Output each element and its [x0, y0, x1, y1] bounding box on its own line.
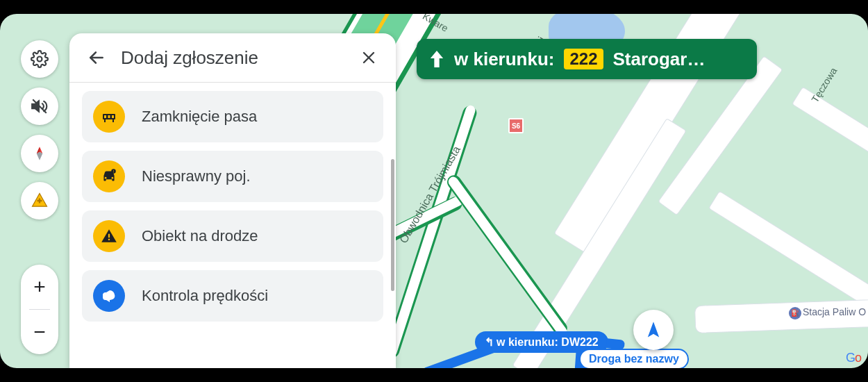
svg-rect-20 — [108, 234, 110, 238]
report-option-label: Niesprawny poj. — [142, 167, 251, 185]
svg-rect-12 — [108, 115, 110, 118]
gear-icon — [31, 50, 49, 68]
scrollbar-thumb[interactable] — [391, 159, 394, 291]
add-report-panel: Dodaj zgłoszenie Zamknięcie pasa ! Nies — [69, 33, 396, 368]
mute-button[interactable] — [21, 88, 58, 125]
device-frame: Obwodni Obwodnica Trójmiasta Tęczowa Kwa… — [0, 0, 868, 382]
poi-fuel-station[interactable]: ⛽Stacja Paliw O — [789, 306, 866, 319]
object-on-road-icon — [93, 220, 125, 252]
panel-header: Dodaj zgłoszenie — [69, 33, 396, 83]
lane-closure-icon — [93, 101, 125, 133]
panel-title: Dodaj zgłoszenie — [121, 47, 344, 69]
report-incident-button[interactable] — [21, 182, 58, 219]
svg-point-0 — [37, 57, 42, 62]
settings-button[interactable] — [21, 40, 58, 78]
zoom-control: + − — [21, 265, 58, 354]
arrow-up-icon — [429, 50, 444, 68]
svg-rect-13 — [112, 115, 114, 118]
back-button[interactable] — [85, 46, 108, 69]
close-button[interactable] — [357, 46, 381, 69]
close-icon — [360, 49, 377, 66]
disabled-vehicle-icon: ! — [93, 160, 125, 192]
recenter-button[interactable] — [633, 310, 674, 350]
ramp-fill — [446, 175, 569, 338]
direction-destination: Starogar… — [613, 49, 706, 70]
map-controls-column — [21, 40, 58, 219]
city-road — [708, 191, 868, 319]
direction-banner[interactable]: w kierunku: 222 Starogar… — [417, 39, 757, 79]
map-canvas[interactable]: Obwodni Obwodnica Trójmiasta Tęczowa Kwa… — [0, 14, 868, 368]
report-option-object-on-road[interactable]: Obiekt na drodze — [82, 210, 383, 262]
speed-check-icon — [93, 280, 125, 312]
zoom-in-button[interactable]: + — [21, 265, 58, 309]
report-option-label: Kontrola prędkości — [142, 287, 268, 305]
report-options-list: Zamknięcie pasa ! Niesprawny poj. Obiekt… — [69, 83, 396, 368]
svg-rect-21 — [108, 239, 110, 240]
report-option-speed-check[interactable]: Kontrola prędkości — [82, 270, 383, 322]
city-road — [792, 87, 868, 215]
google-logo: Go — [846, 351, 861, 365]
report-option-label: Obiekt na drodze — [142, 227, 258, 245]
svg-point-16 — [105, 177, 107, 179]
route-shield: 222 — [564, 49, 603, 69]
road-shield-s6: S6 — [508, 118, 524, 133]
poi-fuel-label: Stacja Paliw O — [803, 306, 866, 317]
speaker-muted-icon — [31, 97, 49, 115]
zoom-out-button[interactable]: − — [21, 310, 58, 354]
road-label-teczowa: Tęczowa — [809, 65, 839, 104]
arrow-left-icon — [87, 49, 106, 67]
svg-rect-11 — [104, 115, 106, 118]
svg-point-17 — [112, 177, 114, 179]
arrow-left-up-icon: ↰ — [485, 336, 494, 348]
compass-icon — [31, 144, 49, 163]
report-option-label: Zamknięcie pasa — [142, 108, 257, 126]
lane-chip-secondary[interactable]: Droga bez nazwy — [579, 349, 689, 368]
direction-prefix: w kierunku: — [454, 49, 554, 70]
warning-add-icon — [30, 191, 49, 210]
report-option-disabled-vehicle[interactable]: ! Niesprawny poj. — [82, 151, 383, 202]
compass-button[interactable] — [21, 135, 58, 172]
svg-marker-3 — [37, 152, 43, 160]
report-option-lane-closure[interactable]: Zamknięcie pasa — [82, 91, 383, 142]
fuel-icon: ⛽ — [789, 307, 801, 319]
navigation-arrow-icon — [644, 320, 663, 340]
lane-chip-primary-label: w kierunku: DW222 — [496, 336, 599, 348]
